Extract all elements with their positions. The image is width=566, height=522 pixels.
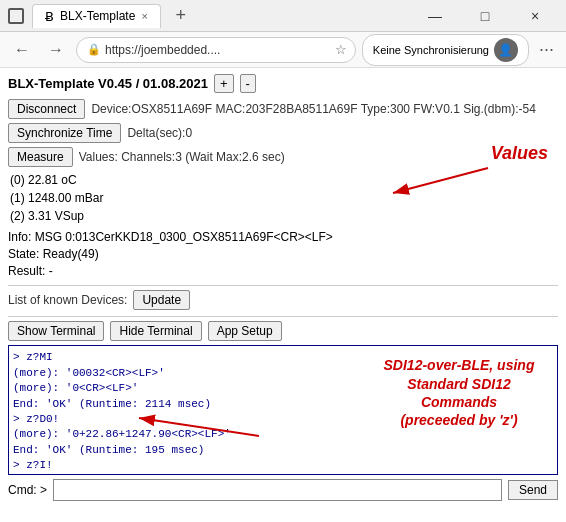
delta-text: Delta(sec):0	[127, 126, 192, 140]
terminal-line-7: > z?I!	[13, 458, 553, 473]
value-line-1: (1) 1248.00 mBar	[10, 189, 558, 207]
values-data: (0) 22.81 oC (1) 1248.00 mBar (2) 3.31 V…	[10, 171, 558, 225]
values-annotation: Values	[491, 143, 548, 164]
app-setup-button[interactable]: App Setup	[208, 321, 282, 341]
update-button[interactable]: Update	[133, 290, 190, 310]
favorite-button[interactable]: ☆	[335, 42, 347, 57]
address-bar: ← → 🔒 https://joembedded.... ☆ Keine Syn…	[0, 32, 566, 68]
show-terminal-button[interactable]: Show Terminal	[8, 321, 104, 341]
window-controls: — □ ×	[412, 0, 558, 32]
lock-icon: 🔒	[87, 43, 101, 56]
terminal-line-6: End: 'OK' (Runtime: 195 msec)	[13, 443, 553, 458]
profile-avatar: 👤	[494, 38, 518, 62]
value-line-0: (0) 22.81 oC	[10, 171, 558, 189]
url-text: https://joembedded....	[105, 43, 325, 57]
more-options-button[interactable]: ···	[535, 39, 558, 60]
cmd-label: Cmd: >	[8, 483, 47, 497]
close-button[interactable]: ×	[512, 0, 558, 32]
back-button[interactable]: ←	[8, 36, 36, 64]
send-button[interactable]: Send	[508, 480, 558, 500]
terminal-annotation: SDI12-over-BLE, using Standard SDI12 Com…	[369, 356, 549, 429]
terminal-buttons-row: Show Terminal Hide Terminal App Setup	[8, 321, 558, 341]
disconnect-button[interactable]: Disconnect	[8, 99, 85, 119]
terminal-output: > z?MI (more): '00032<CR><LF>' (more): '…	[8, 345, 558, 475]
info-msg-line: Info: MSG 0:013CerKKD18_0300_OSX8511A69F…	[8, 229, 558, 246]
divider-2	[8, 316, 558, 317]
terminal-annotation-line3: (preceeded by 'z')	[369, 411, 549, 429]
terminal-line-8: (more): '013CerKKD18_0300_OSX8511A69F<CR…	[13, 474, 553, 476]
known-devices-label: List of known Devices:	[8, 293, 127, 307]
app-title: BLX-Template V0.45 / 01.08.2021	[8, 76, 208, 91]
sync-label: Keine Synchronisierung	[373, 44, 489, 56]
title-bar-left: Ƀ BLX-Template × +	[8, 4, 412, 28]
tab-title: BLX-Template	[60, 9, 135, 23]
hide-terminal-button[interactable]: Hide Terminal	[110, 321, 201, 341]
sync-time-row: Synchronize Time Delta(sec):0	[8, 123, 558, 143]
plus-button[interactable]: +	[214, 74, 234, 93]
value-line-2: (2) 3.31 VSup	[10, 207, 558, 225]
minimize-button[interactable]: —	[412, 0, 458, 32]
title-bar: Ƀ BLX-Template × + — □ ×	[0, 0, 566, 32]
cmd-row: Cmd: > Send	[8, 479, 558, 501]
divider-1	[8, 285, 558, 286]
terminal-annotation-line2: Standard SDI12 Commands	[369, 375, 549, 411]
app-header: BLX-Template V0.45 / 01.08.2021 + -	[8, 74, 558, 93]
tab-close-icon[interactable]: ×	[141, 10, 147, 22]
main-content: BLX-Template V0.45 / 01.08.2021 + - Disc…	[0, 68, 566, 522]
info-section: Info: MSG 0:013CerKKD18_0300_OSX8511A69F…	[8, 229, 558, 279]
terminal-annotation-line1: SDI12-over-BLE, using	[369, 356, 549, 374]
sync-button[interactable]: Keine Synchronisierung 👤	[362, 34, 529, 66]
measure-button[interactable]: Measure	[8, 147, 73, 167]
known-devices-row: List of known Devices: Update	[8, 290, 558, 310]
values-info-text: Values: Channels:3 (Wait Max:2.6 sec)	[79, 150, 285, 164]
restore-button[interactable]: □	[462, 0, 508, 32]
browser-tab[interactable]: Ƀ BLX-Template ×	[32, 4, 161, 28]
window-icon	[8, 8, 24, 24]
terminal-line-5: (more): '0+22.86+1247.90<CR><LF>'	[13, 427, 553, 442]
measure-row: Measure Values: Channels:3 (Wait Max:2.6…	[8, 147, 558, 167]
device-info: Device:OSX8511A69F MAC:203F28BA8511A69F …	[91, 102, 535, 116]
url-bar[interactable]: 🔒 https://joembedded.... ☆	[76, 37, 356, 63]
minus-button[interactable]: -	[240, 74, 256, 93]
cmd-input[interactable]	[53, 479, 502, 501]
measure-section: Measure Values: Channels:3 (Wait Max:2.6…	[8, 147, 558, 167]
forward-button[interactable]: →	[42, 36, 70, 64]
synchronize-time-button[interactable]: Synchronize Time	[8, 123, 121, 143]
result-line: Result: -	[8, 263, 558, 280]
bluetooth-icon: Ƀ	[45, 9, 54, 24]
values-annotation-label: Values	[491, 143, 548, 164]
state-line: State: Ready(49)	[8, 246, 558, 263]
disconnect-row: Disconnect Device:OSX8511A69F MAC:203F28…	[8, 99, 558, 119]
new-tab-button[interactable]: +	[169, 4, 193, 28]
